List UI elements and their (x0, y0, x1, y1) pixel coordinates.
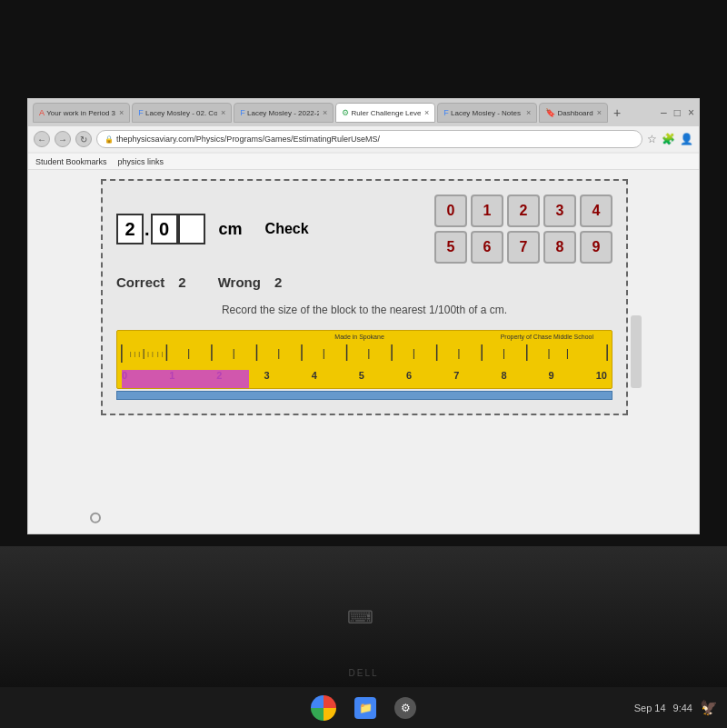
ruler-num-8: 8 (501, 370, 506, 381)
decimal-point: . (144, 219, 151, 240)
system-date: Sep 14 (634, 703, 666, 713)
correct-label: Correct (116, 274, 164, 290)
num-btn-3[interactable]: 3 (543, 194, 576, 227)
ruler-num-5: 5 (359, 370, 364, 381)
digit-box-2: 0 (151, 214, 178, 244)
left-indicator (90, 513, 101, 524)
game-container: 2 . 0 cm Check 0 1 2 3 4 5 6 7 8 (101, 179, 628, 415)
chrome-taskbar-icon[interactable] (311, 695, 336, 721)
url-text: thephysicsaviary.com/Physics/Programs/Ga… (116, 135, 380, 144)
tab-close-4[interactable]: × (526, 108, 531, 117)
settings-taskbar-icon[interactable]: ⚙ (394, 697, 416, 719)
num-btn-4[interactable]: 4 (580, 194, 612, 227)
purple-block (122, 370, 249, 388)
tab-your-work[interactable]: A Your work in Period 3 × (33, 103, 130, 123)
ruler-made-in: Made in Spokane (334, 334, 383, 340)
files-taskbar-icon[interactable]: 📁 (354, 697, 376, 719)
num-btn-7[interactable]: 7 (507, 231, 540, 264)
tab-close-5[interactable]: × (597, 108, 602, 117)
ruler-num-10: 10 (596, 370, 607, 381)
num-btn-6[interactable]: 6 (471, 231, 503, 264)
num-btn-5[interactable]: 5 (434, 231, 467, 264)
tab-lacey1[interactable]: F Lacey Mosley - 02. Colle × (132, 103, 232, 123)
keyboard-hint: ⌨ (347, 606, 381, 628)
num-btn-2[interactable]: 2 (507, 194, 540, 227)
ruler-num-6: 6 (406, 370, 412, 381)
restore-button[interactable]: □ (674, 106, 681, 119)
taskbar: 📁 ⚙ Sep 14 9:44 🦅 (0, 687, 727, 728)
tab-close-0[interactable]: × (119, 108, 124, 117)
back-button[interactable]: ← (34, 131, 50, 147)
system-tray: Sep 14 9:44 🦅 (634, 699, 718, 716)
blue-strip (116, 391, 612, 400)
tab-lacey-notes[interactable]: F Lacey Mosley - Notes 4 × (437, 103, 537, 123)
digit-box-1: 2 (116, 214, 144, 244)
forward-button[interactable]: → (55, 131, 71, 147)
extensions-icon[interactable]: 🧩 (662, 133, 675, 145)
digit-display: 2 . 0 (116, 214, 205, 244)
ruler-area: Made in Spokane Property of Chase Middle… (116, 330, 612, 400)
wrong-label: Wrong (218, 274, 261, 290)
ruler-ticks-svg (117, 344, 612, 372)
brand-label: DELL (348, 668, 378, 678)
reload-button[interactable]: ↻ (75, 131, 92, 147)
address-bar-row: ← → ↻ 🔒 thephysicsaviary.com/Physics/Pro… (28, 126, 699, 152)
check-button[interactable]: Check (265, 221, 309, 237)
input-row: 2 . 0 cm Check 0 1 2 3 4 5 6 7 8 (116, 194, 612, 264)
close-button[interactable]: × (688, 106, 694, 119)
ruler-num-3: 3 (264, 370, 270, 381)
ruler-num-4: 4 (312, 370, 317, 381)
bookmark-physics[interactable]: physics links (118, 157, 164, 166)
tab-bar: A Your work in Period 3 × F Lacey Mosley… (28, 99, 699, 126)
profile-icon[interactable]: 👤 (680, 133, 693, 145)
bookmarks-icon[interactable]: ☆ (647, 133, 657, 145)
system-icon: 🦅 (700, 699, 718, 716)
ruler-num-7: 7 (453, 370, 459, 381)
num-btn-0[interactable]: 0 (434, 194, 467, 227)
bookmark-student[interactable]: Student Bookmarks (35, 157, 107, 166)
ruler-property: Property of Chase Middle School (501, 334, 593, 340)
digit-box-3 (178, 214, 205, 244)
browser-window: A Your work in Period 3 × F Lacey Mosley… (27, 98, 700, 534)
score-row: Correct 2 Wrong 2 (116, 274, 612, 290)
number-grid: 0 1 2 3 4 5 6 7 8 9 (434, 194, 612, 264)
scroll-indicator (631, 315, 642, 388)
address-bar[interactable]: 🔒 thephysicsaviary.com/Physics/Programs/… (96, 130, 642, 148)
tab-lacey2[interactable]: F Lacey Mosley - 2022-2) × (234, 103, 334, 123)
tab-close-1[interactable]: × (221, 108, 225, 117)
num-btn-1[interactable]: 1 (471, 194, 503, 227)
ruler: Made in Spokane Property of Chase Middle… (116, 330, 612, 389)
instruction-text: Record the size of the block to the near… (116, 304, 612, 316)
tab-dashboard[interactable]: 🔖 Dashboard × (539, 103, 608, 123)
browser-chrome: A Your work in Period 3 × F Lacey Mosley… (28, 99, 699, 154)
unit-label: cm (219, 220, 243, 239)
num-btn-9[interactable]: 9 (580, 231, 612, 264)
num-btn-8[interactable]: 8 (543, 231, 576, 264)
correct-count: 2 (178, 274, 185, 290)
tab-close-2[interactable]: × (323, 108, 327, 117)
wrong-count: 2 (274, 274, 282, 290)
tab-close-3[interactable]: × (424, 108, 429, 117)
system-time: 9:44 (673, 703, 692, 713)
new-tab-button[interactable]: + (610, 105, 624, 120)
keyboard-area: ⌨ DELL (0, 546, 727, 687)
lock-icon: 🔒 (105, 135, 114, 144)
browser-content: 2 . 0 cm Check 0 1 2 3 4 5 6 7 8 (28, 170, 699, 534)
ruler-num-9: 9 (549, 370, 554, 381)
tab-ruler-challenge[interactable]: ⚙ Ruler Challenge Level 2 × (335, 103, 435, 123)
minimize-button[interactable]: – (661, 106, 667, 119)
bookmarks-bar: Student Bookmarks physics links (28, 154, 699, 170)
